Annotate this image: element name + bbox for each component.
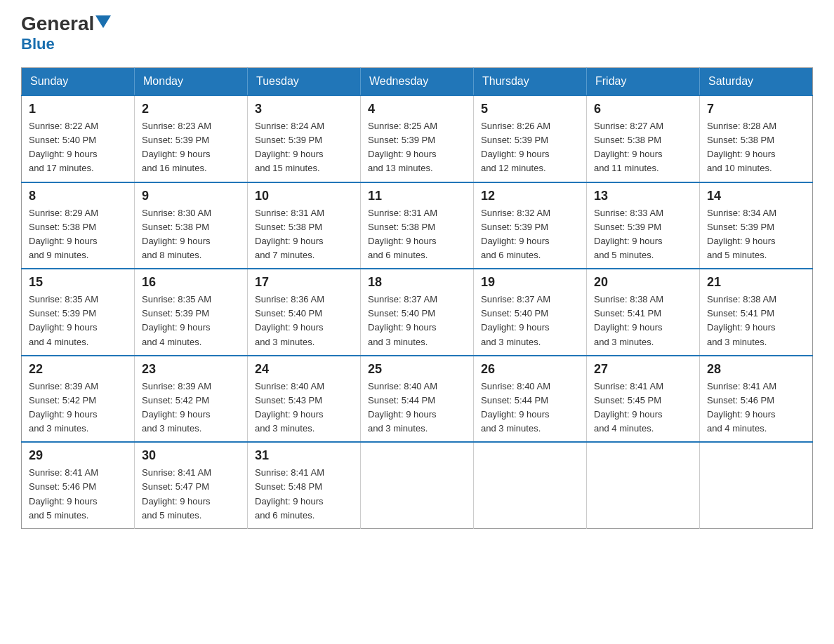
day-number: 28 <box>707 362 805 377</box>
calendar-day-cell: 10Sunrise: 8:31 AMSunset: 5:38 PMDayligh… <box>248 182 361 269</box>
day-info: Sunrise: 8:41 AMSunset: 5:46 PMDaylight:… <box>707 380 805 436</box>
calendar-week-row: 1Sunrise: 8:22 AMSunset: 5:40 PMDaylight… <box>22 95 813 182</box>
day-info: Sunrise: 8:30 AMSunset: 5:38 PMDaylight:… <box>142 206 240 263</box>
day-number: 29 <box>29 448 127 463</box>
calendar-day-cell: 30Sunrise: 8:41 AMSunset: 5:47 PMDayligh… <box>135 442 248 528</box>
day-info: Sunrise: 8:22 AMSunset: 5:40 PMDaylight:… <box>29 119 127 176</box>
day-info: Sunrise: 8:28 AMSunset: 5:38 PMDaylight:… <box>707 119 805 176</box>
day-number: 18 <box>368 275 466 290</box>
calendar-day-cell: 12Sunrise: 8:32 AMSunset: 5:39 PMDayligh… <box>474 182 587 269</box>
calendar-table: SundayMondayTuesdayWednesdayThursdayFrid… <box>21 67 813 529</box>
day-number: 26 <box>481 362 579 377</box>
calendar-day-cell: 28Sunrise: 8:41 AMSunset: 5:46 PMDayligh… <box>700 356 813 443</box>
day-info: Sunrise: 8:41 AMSunset: 5:48 PMDaylight:… <box>255 466 353 523</box>
day-info: Sunrise: 8:35 AMSunset: 5:39 PMDaylight:… <box>142 293 240 349</box>
day-number: 19 <box>481 275 579 290</box>
calendar-day-cell: 2Sunrise: 8:23 AMSunset: 5:39 PMDaylight… <box>135 95 248 182</box>
calendar-week-row: 29Sunrise: 8:41 AMSunset: 5:46 PMDayligh… <box>22 442 813 528</box>
logo-text-blue: Blue <box>21 35 55 53</box>
day-number: 7 <box>707 102 805 116</box>
logo: General Blue <box>21 14 111 53</box>
calendar-day-cell: 29Sunrise: 8:41 AMSunset: 5:46 PMDayligh… <box>22 442 135 528</box>
calendar-day-cell: 1Sunrise: 8:22 AMSunset: 5:40 PMDaylight… <box>22 95 135 182</box>
calendar-day-cell: 14Sunrise: 8:34 AMSunset: 5:39 PMDayligh… <box>700 182 813 269</box>
day-number: 21 <box>707 275 805 290</box>
day-of-week-header: Saturday <box>700 68 813 96</box>
day-info: Sunrise: 8:25 AMSunset: 5:39 PMDaylight:… <box>368 119 466 176</box>
day-number: 2 <box>142 102 240 116</box>
day-number: 27 <box>594 362 692 377</box>
day-info: Sunrise: 8:23 AMSunset: 5:39 PMDaylight:… <box>142 119 240 176</box>
calendar-day-cell: 7Sunrise: 8:28 AMSunset: 5:38 PMDaylight… <box>700 95 813 182</box>
calendar-day-cell: 13Sunrise: 8:33 AMSunset: 5:39 PMDayligh… <box>587 182 700 269</box>
day-info: Sunrise: 8:26 AMSunset: 5:39 PMDaylight:… <box>481 119 579 176</box>
calendar-day-cell: 8Sunrise: 8:29 AMSunset: 5:38 PMDaylight… <box>22 182 135 269</box>
day-number: 22 <box>29 362 127 377</box>
day-info: Sunrise: 8:27 AMSunset: 5:38 PMDaylight:… <box>594 119 692 176</box>
day-info: Sunrise: 8:39 AMSunset: 5:42 PMDaylight:… <box>29 380 127 436</box>
day-number: 16 <box>142 275 240 290</box>
day-info: Sunrise: 8:35 AMSunset: 5:39 PMDaylight:… <box>29 293 127 349</box>
day-of-week-header: Monday <box>135 68 248 96</box>
calendar-day-cell: 20Sunrise: 8:38 AMSunset: 5:41 PMDayligh… <box>587 269 700 356</box>
day-info: Sunrise: 8:38 AMSunset: 5:41 PMDaylight:… <box>594 293 692 349</box>
day-number: 5 <box>481 102 579 116</box>
calendar-day-cell: 22Sunrise: 8:39 AMSunset: 5:42 PMDayligh… <box>22 356 135 443</box>
calendar-day-cell: 5Sunrise: 8:26 AMSunset: 5:39 PMDaylight… <box>474 95 587 182</box>
calendar-day-cell <box>361 442 474 528</box>
calendar-day-cell: 15Sunrise: 8:35 AMSunset: 5:39 PMDayligh… <box>22 269 135 356</box>
calendar-day-cell: 16Sunrise: 8:35 AMSunset: 5:39 PMDayligh… <box>135 269 248 356</box>
calendar-day-cell: 26Sunrise: 8:40 AMSunset: 5:44 PMDayligh… <box>474 356 587 443</box>
day-number: 17 <box>255 275 353 290</box>
day-of-week-header: Friday <box>587 68 700 96</box>
calendar-day-cell <box>700 442 813 528</box>
day-info: Sunrise: 8:41 AMSunset: 5:45 PMDaylight:… <box>594 380 692 436</box>
calendar-day-cell: 27Sunrise: 8:41 AMSunset: 5:45 PMDayligh… <box>587 356 700 443</box>
calendar-day-cell: 24Sunrise: 8:40 AMSunset: 5:43 PMDayligh… <box>248 356 361 443</box>
calendar-day-cell: 19Sunrise: 8:37 AMSunset: 5:40 PMDayligh… <box>474 269 587 356</box>
day-info: Sunrise: 8:36 AMSunset: 5:40 PMDaylight:… <box>255 293 353 349</box>
day-number: 20 <box>594 275 692 290</box>
day-of-week-header: Thursday <box>474 68 587 96</box>
day-number: 13 <box>594 189 692 203</box>
day-number: 25 <box>368 362 466 377</box>
logo-triangle-icon <box>95 15 111 31</box>
day-of-week-header: Tuesday <box>248 68 361 96</box>
calendar-day-cell: 11Sunrise: 8:31 AMSunset: 5:38 PMDayligh… <box>361 182 474 269</box>
calendar-day-cell: 17Sunrise: 8:36 AMSunset: 5:40 PMDayligh… <box>248 269 361 356</box>
day-number: 3 <box>255 102 353 116</box>
calendar-day-cell: 21Sunrise: 8:38 AMSunset: 5:41 PMDayligh… <box>700 269 813 356</box>
day-number: 1 <box>29 102 127 116</box>
day-info: Sunrise: 8:37 AMSunset: 5:40 PMDaylight:… <box>368 293 466 349</box>
page-header: General Blue <box>21 14 813 53</box>
day-number: 14 <box>707 189 805 203</box>
logo-text-general: General <box>21 14 94 34</box>
day-number: 6 <box>594 102 692 116</box>
day-number: 24 <box>255 362 353 377</box>
day-info: Sunrise: 8:41 AMSunset: 5:47 PMDaylight:… <box>142 466 240 523</box>
calendar-day-cell: 23Sunrise: 8:39 AMSunset: 5:42 PMDayligh… <box>135 356 248 443</box>
calendar-header-row: SundayMondayTuesdayWednesdayThursdayFrid… <box>22 68 813 96</box>
day-info: Sunrise: 8:38 AMSunset: 5:41 PMDaylight:… <box>707 293 805 349</box>
day-info: Sunrise: 8:40 AMSunset: 5:44 PMDaylight:… <box>481 380 579 436</box>
day-number: 15 <box>29 275 127 290</box>
day-number: 11 <box>368 189 466 203</box>
calendar-day-cell <box>474 442 587 528</box>
calendar-day-cell: 3Sunrise: 8:24 AMSunset: 5:39 PMDaylight… <box>248 95 361 182</box>
day-number: 4 <box>368 102 466 116</box>
day-info: Sunrise: 8:31 AMSunset: 5:38 PMDaylight:… <box>368 206 466 263</box>
day-info: Sunrise: 8:31 AMSunset: 5:38 PMDaylight:… <box>255 206 353 263</box>
day-of-week-header: Wednesday <box>361 68 474 96</box>
calendar-day-cell: 18Sunrise: 8:37 AMSunset: 5:40 PMDayligh… <box>361 269 474 356</box>
day-info: Sunrise: 8:33 AMSunset: 5:39 PMDaylight:… <box>594 206 692 263</box>
day-info: Sunrise: 8:34 AMSunset: 5:39 PMDaylight:… <box>707 206 805 263</box>
day-info: Sunrise: 8:41 AMSunset: 5:46 PMDaylight:… <box>29 466 127 523</box>
calendar-week-row: 8Sunrise: 8:29 AMSunset: 5:38 PMDaylight… <box>22 182 813 269</box>
day-info: Sunrise: 8:39 AMSunset: 5:42 PMDaylight:… <box>142 380 240 436</box>
day-number: 23 <box>142 362 240 377</box>
day-number: 9 <box>142 189 240 203</box>
day-info: Sunrise: 8:40 AMSunset: 5:43 PMDaylight:… <box>255 380 353 436</box>
calendar-day-cell: 6Sunrise: 8:27 AMSunset: 5:38 PMDaylight… <box>587 95 700 182</box>
day-info: Sunrise: 8:29 AMSunset: 5:38 PMDaylight:… <box>29 206 127 263</box>
calendar-day-cell <box>587 442 700 528</box>
